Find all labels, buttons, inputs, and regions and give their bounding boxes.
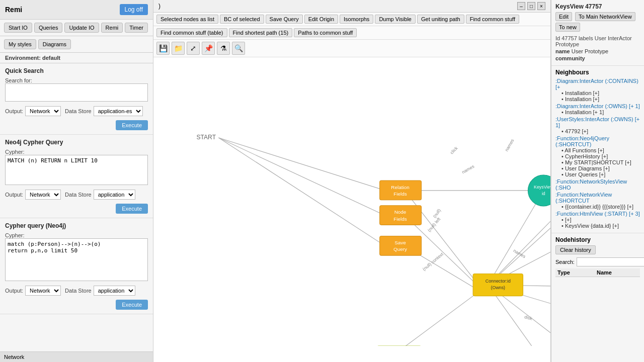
window-controls: – □ ×: [517, 2, 545, 10]
id-value: 47757: [561, 35, 577, 41]
tb-isomorphs[interactable]: Isomorphs: [340, 15, 373, 24]
neighbour-link-7[interactable]: :Function:HtmlView (:START) [+ 3]: [555, 211, 640, 217]
neo4j-execute-button[interactable]: Execute: [116, 204, 148, 214]
keysview-circle[interactable]: [528, 175, 550, 206]
svg-text:disk: disk: [524, 314, 533, 321]
neighbour-item-1: :Diagram:InterActor (:CONTAINS) [+ • Ins…: [555, 78, 640, 102]
neighbour-sub-4e: • User Queries [+]: [561, 171, 640, 177]
nav-btn-update-io[interactable]: Update IO: [64, 23, 99, 33]
neighbour-sub-4d: • User Diagrams [+]: [561, 165, 640, 171]
neo4j-ds-label: Data Store: [65, 192, 92, 198]
nav-btn2-my-styles[interactable]: My styles: [4, 39, 36, 49]
neighbour-link-5[interactable]: :Function:NetworkStylesView (:SHO: [555, 178, 627, 191]
neighbour-item-3: :UserStyles:InterActor (:OWNS) [+ 1] • 4…: [555, 116, 640, 134]
filter-icon[interactable]: ⚗: [217, 42, 230, 55]
neighbour-link-3[interactable]: :UserStyles:InterActor (:OWNS) [+ 1]: [555, 116, 639, 128]
neighbour-sub-1b: • Installation [+]: [561, 96, 640, 102]
edit-button[interactable]: Edit: [555, 12, 572, 21]
nav-btn-timer[interactable]: Timer: [125, 23, 148, 33]
cypher-ds-select[interactable]: application: [94, 286, 135, 296]
connector-label2: (Owns): [491, 285, 506, 290]
cypher-execute-button[interactable]: Execute: [116, 300, 148, 310]
environment-label: Environment:: [5, 55, 41, 61]
neo4j-cypher-input[interactable]: MATCH (n) RETURN n LIMIT 10: [5, 155, 148, 185]
nav-btn-remi[interactable]: Remi: [101, 23, 123, 33]
neighbour-sub-1a: • Installation [+]: [561, 90, 640, 96]
neo4j-output-group: Output: Network: [5, 190, 61, 200]
community-row: community: [555, 55, 640, 61]
cypher-ds-group: Data Store application: [65, 286, 135, 296]
tb-bc-of-selected[interactable]: BC of selected: [220, 15, 264, 24]
neighbour-link-4[interactable]: :Function:Neo4jQuery (:SHORTCUT): [555, 135, 609, 147]
output-group: Output: Network: [5, 106, 61, 116]
qs-output-select[interactable]: Network: [25, 106, 61, 116]
minimize-button[interactable]: –: [517, 2, 525, 10]
tb-get-uniting-path[interactable]: Get uniting path: [417, 15, 464, 24]
keys-view-section: KeysView 47757 Edit To Main NetworkView …: [551, 0, 644, 66]
qs-output-label: Output:: [5, 108, 23, 114]
save-query-node[interactable]: [380, 236, 422, 255]
nav-btn2-diagrams[interactable]: Diagrams: [38, 39, 71, 49]
tb-dump-visible[interactable]: Dump Visible: [375, 15, 416, 24]
tb-find-common-stuff[interactable]: Find common stuff: [466, 15, 519, 24]
relation-fields-node[interactable]: [380, 180, 422, 200]
neighbour-link-1[interactable]: :Diagram:InterActor (:CONTAINS) [+: [555, 78, 638, 90]
middle-panel: ) – □ × Selected nodes as listBC of sele…: [153, 0, 551, 362]
neighbour-link-6[interactable]: :Function:NetworkView (:SHORTCUT: [555, 192, 612, 204]
nav-btn-queries[interactable]: Queries: [34, 23, 63, 33]
clear-history-button[interactable]: Clear history: [555, 245, 596, 254]
search-icon[interactable]: 🔍: [232, 42, 245, 55]
folder-icon[interactable]: 📁: [172, 42, 185, 55]
neighbour-link-2[interactable]: :Diagram:InterActor (:OWNS) [+ 1]: [555, 103, 640, 109]
neighbours-title: Neighbours: [555, 69, 640, 76]
neo4j-cypher-label: Cypher:: [5, 149, 148, 155]
tb-save-query[interactable]: Save Query: [266, 15, 303, 24]
neighbour-sub-7a: • [+]: [561, 217, 640, 223]
col-name: Name: [595, 268, 640, 277]
neighbour-item-2: :Diagram:InterActor (:OWNS) [+ 1] • Inst…: [555, 103, 640, 115]
cypher-output-row: Output: Network Data Store application: [5, 286, 148, 296]
neighbour-sub-4c: • My START|SHORTCUT [+]: [561, 159, 640, 165]
cypher-output-select[interactable]: Network: [25, 286, 61, 296]
neighbour-item-4: :Function:Neo4jQuery (:SHORTCUT) • All F…: [555, 135, 640, 177]
to-new-button[interactable]: To new: [555, 23, 580, 32]
neo4j-output-select[interactable]: Network: [25, 190, 61, 200]
maximize-button[interactable]: □: [527, 2, 535, 10]
to-main-button[interactable]: To Main NetworkView: [575, 12, 635, 21]
save-query-label2: Query: [393, 246, 407, 252]
nav-btn-start-io[interactable]: Start IO: [4, 23, 32, 33]
qs-ds-label: Data Store: [65, 108, 92, 114]
close-button[interactable]: ×: [537, 2, 545, 10]
tb2-paths-to-common-stuff[interactable]: Paths to common stuff: [294, 28, 357, 37]
quick-search-section: Quick Search Search for: Output: Network…: [0, 63, 153, 135]
qs-ds-select[interactable]: application-es: [94, 106, 143, 116]
nav-buttons-row2: My stylesDiagrams: [0, 36, 153, 53]
cypher-output-label: Output:: [5, 288, 23, 294]
tb2-find-common-stuff-table[interactable]: Find common stuff (table): [156, 28, 227, 37]
node-fields-node[interactable]: [380, 206, 422, 225]
save-icon[interactable]: 💾: [156, 42, 170, 55]
graph-title-bar: ) – □ ×: [153, 0, 550, 13]
cypher-neo4j-label: Cypher:: [5, 232, 148, 238]
expand-icon[interactable]: ⤢: [187, 42, 200, 55]
qs-execute-row: Execute: [5, 118, 148, 130]
cypher-neo4j-input[interactable]: match (p:Person)-->(n)-->(o) return p,n,…: [5, 238, 148, 281]
graph-title: ): [158, 3, 160, 10]
pin-icon[interactable]: 📌: [202, 42, 215, 55]
log-out-button[interactable]: Log off: [120, 4, 148, 15]
cypher-output-group: Output: Network: [5, 286, 61, 296]
tb-selected-nodes-as-list[interactable]: Selected nodes as list: [156, 15, 218, 24]
left-panel: Remi Log off Start IOQueriesUpdate IORem…: [0, 0, 153, 362]
svg-rect-0: [180, 57, 524, 346]
cypher-ds-label: Data Store: [65, 288, 92, 294]
community-label: community: [555, 55, 585, 61]
neo4j-ds-select[interactable]: application: [94, 190, 135, 200]
nodehistory-search-input[interactable]: [577, 257, 644, 266]
qs-execute-button[interactable]: Execute: [116, 120, 148, 130]
quick-search-input[interactable]: [5, 83, 148, 102]
tb2-find-shortest-path-15[interactable]: Find shortest path (15): [229, 28, 293, 37]
tb-edit-origin[interactable]: Edit Origin: [304, 15, 338, 24]
neighbour-sub-2a: • Installation [+ 1]: [561, 109, 640, 115]
neighbour-sub-6a: • {{container.id}} {{{store}}} [+]: [561, 204, 640, 210]
quick-search-title: Quick Search: [5, 67, 148, 74]
